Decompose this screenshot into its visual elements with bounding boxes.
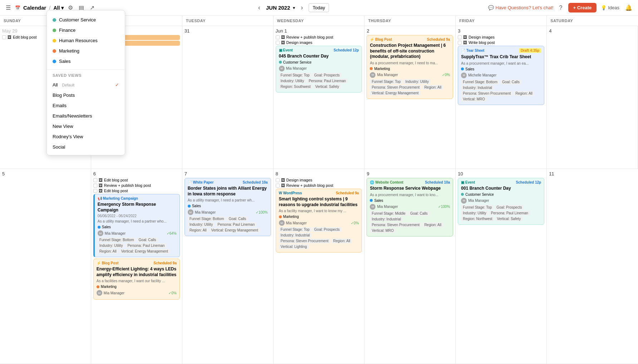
cell-jun8: 8 🖼 Design images 🖼 Review + publish blo… [274, 169, 365, 364]
avatar: M [461, 73, 467, 78]
task-checkbox[interactable] [93, 184, 97, 188]
bell-icon[interactable]: 🔔 [624, 3, 634, 13]
cell-jun6: 6 🖼 Edit blog post 🖼 Review + publish bl… [91, 169, 182, 364]
cell-jun5: 5 [0, 169, 91, 364]
day-number: 31 [185, 28, 271, 34]
month-year-label[interactable]: JUN 2022 [266, 5, 290, 11]
saved-view-new-view[interactable]: New View [47, 121, 125, 131]
day-number: 2 [367, 28, 453, 34]
saved-view-all[interactable]: All Default ✓ [47, 80, 125, 90]
avatar: M [370, 72, 376, 78]
task-edit-blog-post-1[interactable]: 🖼 Edit blog post [93, 178, 180, 182]
marketing-dot [53, 49, 56, 53]
task-checkbox[interactable] [2, 35, 6, 39]
customer-service-dot [53, 18, 56, 22]
task-review-publish-2[interactable]: 🖼 Review + publish blog post [93, 183, 180, 188]
task-design-images[interactable]: 🖼 Design images [458, 35, 544, 39]
cell-jun7: 7 📄 White Paper Scheduled 10a Border Sta… [182, 169, 274, 364]
card-marketing-campaign[interactable]: 📢 Marketing Campaign Emergency Storm Res… [93, 194, 180, 257]
calendar-icon: 📅 [15, 5, 20, 10]
today-btn[interactable]: Today [309, 3, 329, 12]
task-checkbox[interactable] [93, 178, 97, 182]
day-number: 3 [458, 28, 544, 34]
event-card-045-branch[interactable]: ▣ Event Scheduled 12p 045 Branch Counter… [276, 46, 362, 93]
saved-view-blog-posts[interactable]: Blog Posts [47, 90, 125, 100]
cell-jun9: 9 🌐 Website Content Scheduled 10a Storm … [364, 169, 456, 364]
header-friday: FRIDAY [456, 16, 547, 26]
topbar-right: 💬 Have Questions? Let's chat! ? + Create… [488, 3, 634, 13]
task-design-images[interactable]: 🖼 Design images [276, 40, 362, 45]
cell-jun1: Jun 1 🖼 Review + publish blog post 🖼 Des… [274, 26, 365, 169]
create-btn[interactable]: + Create [568, 3, 597, 13]
avatar: M [97, 290, 102, 296]
help-icon[interactable]: ? [558, 3, 564, 13]
task-checkbox[interactable] [458, 35, 462, 39]
task-design-images-2[interactable]: 🖼 Design images [276, 178, 362, 182]
header-thursday: THURSDAY [364, 16, 456, 26]
card-blog-post-construction[interactable]: ⚡ Blog Post Scheduled 9a Construction Pr… [367, 35, 453, 99]
header-tuesday: TUESDAY [182, 16, 274, 26]
check-icon: ✓ [115, 82, 119, 88]
avatar: M [98, 230, 103, 236]
card-energy-efficient[interactable]: ⚡ Blog Post Scheduled 9a Energy-Efficien… [93, 259, 180, 300]
task-review-publish[interactable]: 🖼 Review + publish blog post [276, 35, 362, 39]
sales-dot [53, 60, 56, 63]
hr-dot [53, 39, 56, 43]
task-edit-blog-post-2[interactable]: 🖼 Edit blog post [93, 189, 180, 193]
list-item-marketing[interactable]: Marketing [47, 46, 125, 56]
card-wordpress-smart-lighting[interactable]: W WordPress Scheduled 9a Smart lighting … [276, 189, 362, 253]
avatar: M [279, 66, 285, 71]
saved-views-label: SAVED VIEWS [47, 71, 125, 80]
cell-jun11: 11 [547, 169, 638, 364]
ideas-btn[interactable]: 💡 Ideas [601, 5, 619, 10]
avatar: M [370, 204, 376, 210]
card-tear-sheet[interactable]: 📄 Tear Sheet Draft 4:35p SupplyTrax™ Tra… [458, 46, 544, 105]
card-white-paper[interactable]: 📄 White Paper Scheduled 10a Border State… [185, 178, 271, 236]
day-number: 4 [549, 28, 635, 34]
cell-jun2: 2 ⚡ Blog Post Scheduled 9a Construction … [364, 26, 456, 169]
day-number: 7 [185, 171, 271, 176]
avatar: M [279, 220, 285, 226]
list-item-sales[interactable]: Sales [47, 56, 125, 66]
day-number: 8 [276, 171, 362, 176]
menu-icon[interactable]: ☰ [4, 3, 12, 13]
cell-jun10: 10 ▣ Event Scheduled 12p 001 Branch Coun… [456, 169, 547, 364]
task-checkbox[interactable] [276, 35, 280, 39]
prev-month-btn[interactable]: ‹ [255, 3, 263, 13]
task-review-publish-3[interactable]: 🖼 Review + publish blog post [276, 183, 362, 188]
task-checkbox[interactable] [276, 184, 280, 188]
app-title: Calendar [23, 5, 46, 11]
day-number: Jun 1 [276, 28, 362, 34]
saved-view-emails-newsletters[interactable]: Emails/Newsletters [47, 111, 125, 121]
saved-view-rodneys-view[interactable]: Rodney's View [47, 131, 125, 142]
cell-jun31: 31 [182, 26, 274, 169]
task-checkbox[interactable] [458, 41, 462, 45]
task-checkbox[interactable] [276, 41, 280, 45]
task-checkbox[interactable] [93, 189, 97, 193]
avatar: M [461, 198, 467, 204]
cell-jun3: 3 🖼 Design images 🖼 Write blog post 📄 Te… [456, 26, 547, 169]
saved-view-social[interactable]: Social [47, 142, 125, 152]
day-number: 5 [2, 171, 89, 176]
list-item-customer-service[interactable]: Customer Service [47, 15, 125, 25]
task-write-blog-post[interactable]: 🖼 Write blog post [458, 40, 544, 45]
task-checkbox[interactable] [276, 178, 280, 182]
day-number: 11 [549, 171, 636, 176]
divider-1 [47, 69, 125, 70]
day-number: 9 [367, 171, 453, 176]
topbar-center: ‹ JUN 2022 ▾ › Today [255, 3, 329, 13]
all-dropdown: Customer Service Finance Human Resources… [46, 10, 125, 155]
lists-section: Customer Service Finance Human Resources… [47, 13, 125, 68]
next-month-btn[interactable]: › [298, 3, 306, 13]
day-number: 10 [458, 171, 544, 176]
avatar: M [188, 209, 193, 215]
chat-link[interactable]: 💬 Have Questions? Let's chat! [488, 5, 553, 10]
list-item-finance[interactable]: Finance [47, 25, 125, 35]
day-number: 6 [93, 171, 180, 176]
cell-jun4: 4 [547, 26, 638, 169]
saved-view-emails[interactable]: Emails [47, 100, 125, 111]
card-website-content[interactable]: 🌐 Website Content Scheduled 10a Storm Re… [367, 178, 453, 236]
header-saturday: SATURDAY [547, 16, 638, 26]
list-item-human-resources[interactable]: Human Resources [47, 35, 125, 46]
card-001-branch[interactable]: ▣ Event Scheduled 12p 001 Branch Counter… [458, 178, 544, 225]
